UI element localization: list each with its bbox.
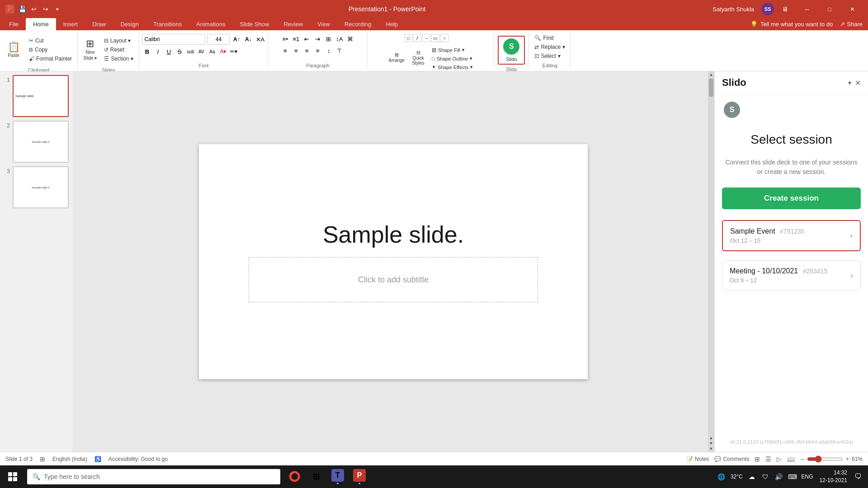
- speaker-icon[interactable]: 🔊: [773, 468, 785, 486]
- session-item-highlighted[interactable]: Sample Event #751235 Oct 12 – 15 ›: [722, 220, 861, 251]
- user-avatar[interactable]: SS: [761, 3, 774, 15]
- align-right-button[interactable]: ≡: [302, 46, 312, 56]
- tab-design[interactable]: Design: [113, 18, 146, 30]
- maximize-button[interactable]: □: [819, 0, 840, 18]
- new-slide-button[interactable]: ⊞ New Slide ▾: [80, 34, 99, 66]
- start-button[interactable]: [0, 465, 25, 488]
- cut-button[interactable]: ✂ Cut: [26, 37, 75, 45]
- font-color-button[interactable]: A▾: [218, 47, 228, 56]
- taskbar-app-taskview[interactable]: ⊞: [306, 465, 326, 488]
- tell-me-button[interactable]: 💡 Tell me what you want to do: [750, 21, 833, 28]
- slide-thumbnail-1[interactable]: Sample slide.: [13, 75, 69, 117]
- tab-slideshow[interactable]: Slide Show: [232, 18, 276, 30]
- notification-button[interactable]: 🗨: [852, 468, 864, 486]
- scroll-up-button[interactable]: ▲: [709, 72, 713, 77]
- slide-thumb-3[interactable]: 3 Sample slide 3: [4, 166, 69, 208]
- reset-button[interactable]: ↺ Reset: [101, 46, 136, 54]
- format-painter-button[interactable]: 🖌 Format Painter: [26, 55, 75, 63]
- quick-styles-button[interactable]: ⊟ Quick Styles: [409, 44, 427, 71]
- align-center-button[interactable]: ≡: [291, 46, 301, 56]
- line-tool[interactable]: /: [413, 34, 421, 42]
- italic-button[interactable]: I: [153, 47, 163, 56]
- numbering-button[interactable]: ≡1: [291, 34, 301, 44]
- find-button[interactable]: 🔍 Find: [532, 34, 556, 42]
- zoom-slider[interactable]: [807, 455, 843, 463]
- layout-button[interactable]: ⊟ Layout ▾: [101, 37, 136, 45]
- convert-to-smartart-button[interactable]: ⌘: [345, 34, 355, 44]
- redo-button[interactable]: ↪: [42, 5, 50, 13]
- line-spacing-button[interactable]: ↕: [324, 46, 334, 56]
- section-button[interactable]: ☰ Section ▾: [101, 55, 136, 63]
- close-button[interactable]: ✕: [842, 0, 863, 18]
- underline-button[interactable]: U: [164, 47, 174, 56]
- tab-animations[interactable]: Animations: [189, 18, 232, 30]
- increase-indent-button[interactable]: ⇥: [313, 34, 323, 44]
- kerning-button[interactable]: AV: [196, 47, 206, 56]
- font-name-input[interactable]: [142, 34, 205, 45]
- strikethrough-button[interactable]: S: [175, 47, 184, 56]
- shape-selector[interactable]: □: [404, 34, 412, 42]
- select-button[interactable]: ⊡ Select ▾: [532, 52, 563, 60]
- taskbar-app-powerpoint[interactable]: P: [349, 465, 370, 488]
- justify-button[interactable]: ≡: [313, 46, 323, 56]
- copy-button[interactable]: ⧉ Copy: [26, 46, 75, 54]
- character-spacing-button[interactable]: Aa: [207, 47, 217, 56]
- slido-ribbon-button[interactable]: S Slido: [498, 36, 525, 65]
- view-reading-icon[interactable]: 📖: [787, 455, 795, 463]
- direction-button[interactable]: ↕A: [335, 34, 344, 44]
- customize-button[interactable]: ▾: [53, 5, 61, 13]
- tab-home[interactable]: Home: [26, 18, 56, 30]
- font-size-input[interactable]: [207, 34, 230, 45]
- slide-title[interactable]: Sample slide.: [323, 221, 464, 248]
- bullets-button[interactable]: ≡•: [280, 34, 290, 44]
- slide-thumb-1[interactable]: 1 Sample slide.: [4, 75, 69, 117]
- slide-canvas[interactable]: Sample slide. Click to add subtitle: [199, 144, 588, 379]
- windows-update-icon[interactable]: 🛡: [759, 468, 772, 486]
- save-button[interactable]: 💾: [18, 5, 26, 13]
- view-normal-icon[interactable]: ⊞: [755, 455, 760, 463]
- decrease-font-button[interactable]: A↓: [243, 34, 253, 44]
- share-button[interactable]: ↗ Share: [840, 21, 863, 28]
- decrease-indent-button[interactable]: ⇤: [302, 34, 312, 44]
- align-text-button[interactable]: ⊤: [335, 46, 344, 56]
- paste-button[interactable]: 📋 Paste: [3, 34, 24, 66]
- shape-effects-button[interactable]: ✦ Shape Effects ▾: [429, 63, 476, 71]
- align-left-button[interactable]: ≡: [280, 46, 290, 56]
- scroll-thumb[interactable]: [709, 79, 713, 97]
- zoom-in-button[interactable]: +: [846, 456, 849, 462]
- arrow-tool[interactable]: →: [422, 34, 430, 42]
- taskbar-search[interactable]: 🔍 Type here to search: [27, 469, 280, 484]
- bold-button[interactable]: B: [142, 47, 152, 56]
- display-settings-icon[interactable]: 🖥: [781, 5, 789, 13]
- shapes-more[interactable]: [449, 34, 458, 42]
- minimize-button[interactable]: ─: [797, 0, 817, 18]
- slido-panel-close-button[interactable]: ✕: [855, 79, 861, 87]
- increase-font-button[interactable]: A↑: [231, 34, 241, 44]
- keyboard-icon[interactable]: ⌨: [786, 468, 799, 486]
- slide-info-icon[interactable]: ⊞: [40, 455, 45, 463]
- tab-help[interactable]: Help: [378, 18, 405, 30]
- tab-transitions[interactable]: Transitions: [146, 18, 189, 30]
- columns-button[interactable]: ⊞: [324, 34, 334, 44]
- rect-tool[interactable]: ▭: [431, 34, 439, 42]
- session-item-2[interactable]: Meeting - 10/10/2021 #283415 Oct 9 – 12 …: [722, 260, 861, 291]
- taskbar-app-cortana[interactable]: ⭕: [284, 465, 305, 488]
- cloud-icon[interactable]: ☁: [745, 468, 758, 486]
- tab-recording[interactable]: Recording: [337, 18, 378, 30]
- network-icon[interactable]: 🌐: [715, 468, 728, 486]
- tab-draw[interactable]: Draw: [85, 18, 113, 30]
- tab-file[interactable]: File: [2, 18, 26, 30]
- scroll-next-button[interactable]: ▼: [709, 441, 713, 446]
- notes-button[interactable]: 📝 Notes: [686, 456, 709, 462]
- create-session-button[interactable]: Create session: [722, 188, 861, 209]
- text-highlight-button[interactable]: ✏▾: [229, 47, 239, 56]
- subscript-button[interactable]: sub: [185, 47, 195, 56]
- tab-view[interactable]: View: [310, 18, 337, 30]
- arrange-button[interactable]: ⊞ Arrange: [386, 44, 407, 71]
- clear-format-button[interactable]: ✕A: [255, 34, 265, 44]
- shape-outline-button[interactable]: □ Shape Outline ▾: [429, 55, 476, 62]
- shape-fill-button[interactable]: ▧ Shape Fill ▾: [429, 46, 476, 54]
- view-slideshow-icon[interactable]: ▷: [777, 455, 782, 463]
- taskbar-app-teams[interactable]: T: [327, 465, 348, 488]
- undo-button[interactable]: ↩: [30, 5, 38, 13]
